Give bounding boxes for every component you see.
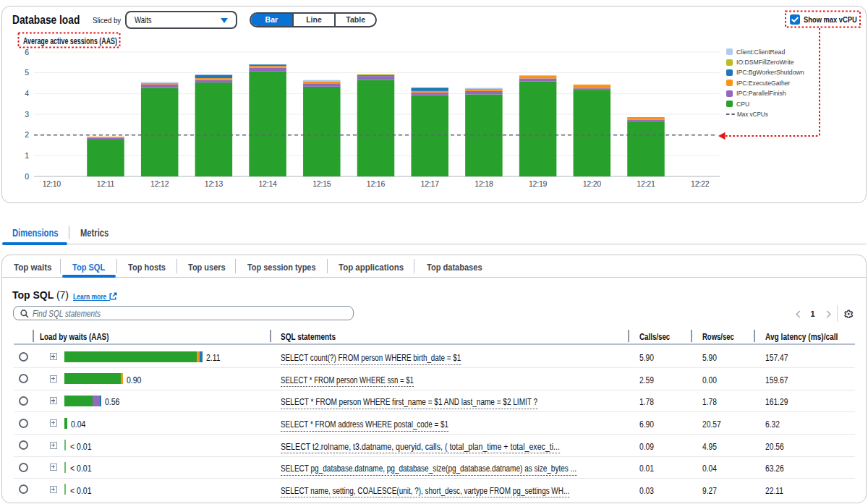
svg-text:6: 6 xyxy=(25,48,29,56)
svg-text:12:22: 12:22 xyxy=(691,179,710,188)
svg-text:12:11: 12:11 xyxy=(97,179,115,188)
svg-text:12:13: 12:13 xyxy=(205,179,224,188)
svg-text:12:21: 12:21 xyxy=(637,179,655,188)
svg-text:12:17: 12:17 xyxy=(421,179,440,188)
svg-text:12:20: 12:20 xyxy=(583,179,602,188)
svg-text:12:18: 12:18 xyxy=(475,179,493,188)
svg-text:12:10: 12:10 xyxy=(43,179,61,188)
svg-text:12:19: 12:19 xyxy=(529,179,548,188)
svg-text:12:14: 12:14 xyxy=(258,179,277,188)
svg-text:5: 5 xyxy=(25,68,29,77)
svg-text:12:16: 12:16 xyxy=(367,179,386,188)
svg-text:3: 3 xyxy=(25,110,29,119)
svg-text:1: 1 xyxy=(25,151,29,160)
svg-text:2: 2 xyxy=(25,130,29,139)
svg-text:4: 4 xyxy=(25,89,29,98)
svg-text:12:12: 12:12 xyxy=(150,179,169,188)
svg-text:0: 0 xyxy=(25,172,29,181)
svg-text:12:15: 12:15 xyxy=(312,179,331,188)
